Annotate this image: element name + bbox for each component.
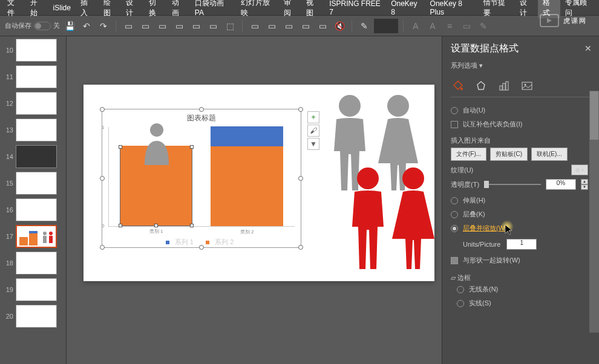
file-button[interactable]: 文件(F)... <box>451 148 486 161</box>
series-options-dropdown[interactable]: 系列选项 ▾ <box>451 61 591 70</box>
tool-icon[interactable]: ▭ <box>121 19 136 33</box>
thumb-14[interactable] <box>16 145 57 168</box>
menu-transition[interactable]: 切换 <box>144 0 167 18</box>
save-icon[interactable]: 💾 <box>62 19 77 33</box>
autosave-toggle[interactable]: 自动保存关 <box>5 21 60 30</box>
tool-icon[interactable]: ▭ <box>264 19 279 33</box>
thumb-num: 10 <box>2 47 13 54</box>
thumb-12[interactable] <box>16 92 57 115</box>
bar-cat1[interactable]: 类别 1 <box>120 146 192 226</box>
menu-design2[interactable]: 设计 <box>515 0 538 18</box>
solid-radio[interactable]: 实线(S) <box>457 296 588 310</box>
chart-filter-icon[interactable]: ▼ <box>307 138 319 150</box>
tool-icon[interactable]: ▭ <box>138 19 152 33</box>
menu-onekey8[interactable]: OneKey 8 <box>386 0 425 16</box>
invert-checkbox[interactable]: 以互补色代表负值(I) <box>451 117 588 131</box>
panel-scrollbar[interactable] <box>589 91 599 333</box>
thumb-13[interactable] <box>16 119 57 141</box>
tool-icon[interactable]: ▭ <box>247 19 262 33</box>
effects-tab-icon[interactable] <box>474 79 488 93</box>
svg-rect-0 <box>19 237 28 245</box>
stack-radio[interactable]: 层叠(K) <box>451 207 588 221</box>
chart-object[interactable]: 图表标题 1 0 类别 1 类别 2 <box>102 109 301 248</box>
tool-icon[interactable]: ▭ <box>315 19 330 33</box>
thumb-num: 15 <box>2 180 13 187</box>
thumb-11[interactable] <box>16 65 57 88</box>
svg-rect-2 <box>29 231 38 233</box>
menu-islide[interactable]: iSlide <box>48 4 76 12</box>
svg-point-10 <box>357 167 379 189</box>
transparency-input[interactable]: 0% <box>546 179 576 190</box>
menu-storyboard[interactable]: 情节提要 <box>479 0 515 18</box>
tool-icon[interactable]: ▭ <box>298 19 313 33</box>
thumb-10[interactable] <box>16 39 57 62</box>
stack-scale-radio[interactable]: 层叠并缩放(W) <box>451 221 588 235</box>
font-icon[interactable]: ≡ <box>442 19 457 33</box>
transparency-slider[interactable] <box>484 184 541 185</box>
font-icon[interactable]: A <box>425 19 440 33</box>
svg-point-3 <box>43 232 47 235</box>
picture-tab-icon[interactable] <box>520 79 534 93</box>
svg-rect-15 <box>506 82 508 90</box>
menu-draw[interactable]: 绘图 <box>99 0 122 18</box>
font-icon[interactable]: ✎ <box>476 19 491 33</box>
menu-bar: 文件 开始 iSlide 插入 绘图 设计 切换 动画 口袋动画 PA 幻灯片放… <box>0 0 599 16</box>
border-section[interactable]: ▱ 边框 <box>451 273 588 282</box>
svg-point-9 <box>387 95 409 117</box>
slide-thumbnails[interactable]: 10 11 12 13 14 15 16 17 18 19 20 <box>0 36 67 364</box>
noline-radio[interactable]: 无线条(N) <box>457 282 588 296</box>
menu-animation[interactable]: 动画 <box>167 0 190 18</box>
tool-icon[interactable]: ⬚ <box>223 19 237 33</box>
tool-icon[interactable]: ▭ <box>206 19 220 33</box>
units-input[interactable]: 1 <box>506 239 537 250</box>
svg-rect-1 <box>29 233 38 245</box>
svg-rect-6 <box>49 236 53 243</box>
chart-add-icon[interactable]: + <box>307 111 319 123</box>
chart-brush-icon[interactable]: 🖌 <box>307 125 319 137</box>
clipboard-button[interactable]: 剪贴板(C) <box>490 148 528 161</box>
tool-icon[interactable]: ▭ <box>155 19 169 33</box>
font-color-icon[interactable]: A <box>408 19 423 33</box>
tool-icon[interactable]: ▭ <box>189 19 203 33</box>
menu-file[interactable]: 文件 <box>2 0 25 18</box>
menu-slideshow[interactable]: 幻灯片放映 <box>236 0 278 18</box>
redo-icon[interactable]: ↷ <box>96 19 111 33</box>
thumb-15[interactable] <box>16 172 57 195</box>
close-icon[interactable]: ✕ <box>584 44 592 53</box>
menu-review[interactable]: 审阅 <box>279 0 302 18</box>
menu-home[interactable]: 开始 <box>25 0 48 18</box>
size-tab-icon[interactable] <box>497 79 511 93</box>
undo-icon[interactable]: ↶ <box>79 19 94 33</box>
font-icon[interactable]: ▭ <box>459 19 474 33</box>
menu-view[interactable]: 视图 <box>301 0 324 18</box>
thumb-16[interactable] <box>16 198 57 221</box>
bar-cat2[interactable]: 类别 2 <box>211 126 283 226</box>
menu-design[interactable]: 设计 <box>121 0 144 18</box>
sound-icon[interactable]: 🔇 <box>332 19 347 33</box>
tool-icon[interactable]: ▭ <box>172 19 186 33</box>
chart-title[interactable]: 图表标题 <box>102 109 301 127</box>
svg-rect-13 <box>500 86 502 90</box>
svg-point-5 <box>49 232 53 235</box>
menu-insert[interactable]: 插入 <box>76 0 99 18</box>
rotate-checkbox[interactable]: 与形状一起旋转(W) <box>451 253 588 267</box>
eyedropper-icon[interactable]: ✎ <box>357 19 372 33</box>
transparency-spinner[interactable]: ▲▼ <box>581 179 588 190</box>
auto-radio[interactable]: 自动(U) <box>451 103 588 117</box>
thumb-18[interactable] <box>16 252 57 275</box>
thumb-20[interactable] <box>16 305 57 328</box>
online-button[interactable]: 联机(E)... <box>531 148 568 161</box>
tool-icon[interactable]: ▭ <box>281 19 296 33</box>
menu-ispring[interactable]: ISPRING FREE 7 <box>324 0 386 16</box>
stretch-radio[interactable]: 伸展(H) <box>451 193 588 207</box>
panel-tabs <box>451 75 591 97</box>
person-female-red-icon <box>385 166 442 272</box>
texture-picker[interactable]: ▦ ▾ <box>571 164 588 175</box>
thumb-19[interactable] <box>16 278 57 301</box>
fill-tab-icon[interactable] <box>451 79 465 93</box>
slide-canvas[interactable]: 图表标题 1 0 类别 1 类别 2 <box>67 36 442 364</box>
color-swatch-icon[interactable] <box>374 19 398 33</box>
menu-pa[interactable]: 口袋动画 PA <box>190 0 236 17</box>
menu-onekey8plus[interactable]: OneKey 8 Plus <box>425 0 479 16</box>
thumb-17[interactable] <box>16 225 57 248</box>
